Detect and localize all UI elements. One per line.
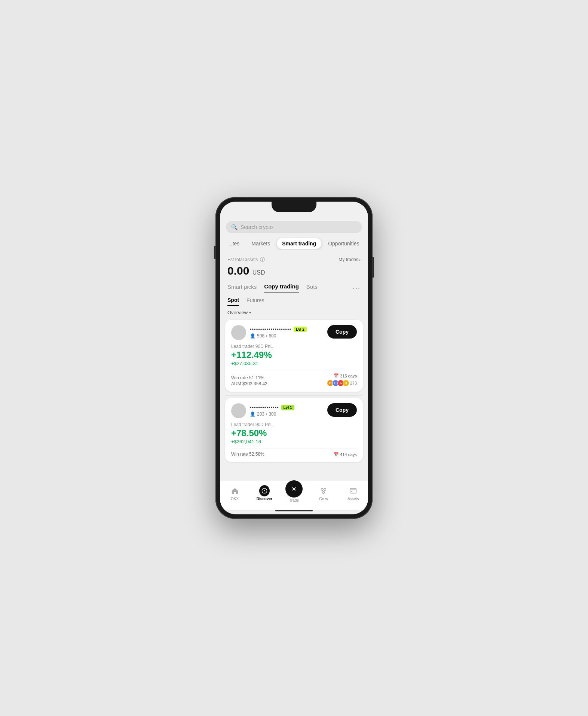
search-icon: 🔍 [231,224,238,230]
trader-followers-1: 👤 598/600 [250,333,307,339]
calendar-icon-2: 📅 [334,452,339,457]
phone-screen: 🔍 Search crypto ...tes Markets Smart tra… [220,202,368,514]
overview-label[interactable]: Overview ▾ [220,306,368,318]
tab-copy-trading[interactable]: Copy trading [264,283,299,293]
nav-trade[interactable]: Trade [285,484,303,502]
grow-icon [318,486,329,496]
trader-header-2: •••••••••••••• Lvl 1 👤 203/300 Copy [231,403,357,418]
sub-nav: Smart picks Copy trading Bots ··· [220,280,368,293]
trader-dots-2: •••••••••••••• [250,405,279,410]
est-total-assets-text: Est total assets [227,257,258,262]
trader-name-row-1: •••••••••••••••••••• Lvl 2 👤 598/600 [250,327,307,339]
svg-point-2 [324,489,326,491]
nav-assets-label: Assets [347,497,359,501]
my-trades-link[interactable]: My trades › [339,257,361,262]
bottom-nav: OKX Discover [220,481,368,510]
assets-label: Est total assets ⓘ My trades › [227,256,361,263]
trader-header-1: •••••••••••••••••••• Lvl 2 👤 598/600 Cop… [231,325,357,340]
trader-name-row-2: •••••••••••••• Lvl 1 👤 203/300 [250,405,294,417]
discover-icon [259,486,270,496]
stat-left-2: Win rate 52.58% [231,452,264,457]
svg-line-4 [322,490,324,492]
pnl-section-1: Lead trader 90D PnL +112.49% +$27,035.31 [231,344,357,366]
trader-name-1: •••••••••••••••••••• Lvl 2 [250,327,307,332]
trader-info-1: •••••••••••••••••••• Lvl 2 👤 598/600 [231,325,307,340]
nav-okx-label: OKX [231,497,239,501]
nav-discover[interactable]: Discover [255,486,274,501]
tab-markets[interactable]: Markets [246,238,275,249]
trader-followers-2: 👤 203/300 [250,411,294,417]
tab-smart-trading[interactable]: Smart trading [277,238,321,249]
trader-avatar-1 [231,325,246,340]
pnl-percent-1: +112.49% [231,350,357,360]
trader-level-2: Lvl 1 [281,405,294,410]
screen-content: 🔍 Search crypto ...tes Markets Smart tra… [220,202,368,481]
svg-line-5 [324,490,325,492]
home-indicator [275,510,313,511]
coin-bnb: B [343,380,349,386]
nav-grow-label: Grow [319,497,328,501]
pnl-amount-1: +$27,035.31 [231,361,357,366]
days-badge-2: 📅 414 days [334,452,357,457]
win-rate-1: Win rate 51.11% [231,375,267,380]
svg-rect-6 [350,489,356,493]
pnl-label-1: Lead trader 90D PnL [231,344,357,349]
nav-grow[interactable]: Grow [314,486,333,501]
trader-name-2: •••••••••••••• Lvl 1 [250,405,294,410]
card-divider [225,395,363,396]
info-icon: ⓘ [260,256,265,263]
trader-dots-1: •••••••••••••••••••• [250,327,291,332]
top-nav: ...tes Markets Smart trading Opportuniti… [220,237,368,250]
nav-assets[interactable]: Assets [344,486,362,501]
stat-right-1: 📅 315 days B E A B 273 [328,373,357,386]
pnl-amount-2: +$262,041.16 [231,439,357,444]
tab-bots[interactable]: Bots [306,284,318,293]
person-icon-1: 👤 [250,333,255,339]
person-icon-2: 👤 [250,411,255,417]
chevron-right-icon: › [359,257,361,262]
tab-futures[interactable]: Futures [246,297,264,306]
coin-avatars-1: B E A B 273 [328,380,357,386]
svg-point-1 [321,489,324,491]
tab-smart-picks[interactable]: Smart picks [227,284,257,293]
spot-futures-nav: Spot Futures [220,293,368,306]
copy-button-1[interactable]: Copy [327,325,357,339]
trader-info-2: •••••••••••••• Lvl 1 👤 203/300 [231,403,294,418]
nav-okx[interactable]: OKX [226,486,244,501]
assets-currency: USD [252,269,265,276]
stat-right-2: 📅 414 days [334,452,357,457]
overview-arrow: ▾ [249,310,251,315]
more-tabs-button[interactable]: ··· [353,284,361,292]
pnl-percent-2: +78.50% [231,428,357,438]
stats-row-2: Win rate 52.58% 📅 414 days [231,448,357,457]
pnl-label-2: Lead trader 90D PnL [231,422,357,427]
win-rate-2: Win rate 52.58% [231,452,264,457]
copy-button-2[interactable]: Copy [327,403,357,417]
trader-card-2: •••••••••••••• Lvl 1 👤 203/300 Copy Lead… [225,398,363,462]
trader-card-1: •••••••••••••••••••• Lvl 2 👤 598/600 Cop… [225,320,363,392]
tab-rates[interactable]: ...tes [223,238,245,249]
tab-opportunities[interactable]: Opportunities [323,238,364,249]
notch [272,202,316,212]
assets-amount: 0.00 USD [227,264,361,277]
pnl-section-2: Lead trader 90D PnL +78.50% +$262,041.16 [231,422,357,444]
stats-row-1: Win rate 51.11% AUM $303,358.42 📅 315 da… [231,370,357,386]
nav-discover-label: Discover [257,497,272,501]
assets-icon [348,486,358,496]
stat-left-1: Win rate 51.11% AUM $303,358.42 [231,375,267,386]
nav-trade-label: Trade [289,498,299,502]
search-bar[interactable]: 🔍 Search crypto [226,221,362,233]
trade-center-btn[interactable] [285,480,303,498]
days-badge-1: 📅 315 days [334,373,357,378]
aum-1: AUM $303,358.42 [231,381,267,386]
phone-device: 🔍 Search crypto ...tes Markets Smart tra… [215,197,373,519]
trader-avatar-2 [231,403,246,418]
assets-section: Est total assets ⓘ My trades › 0.00 USD [220,250,368,280]
svg-rect-7 [351,491,353,492]
svg-point-3 [322,492,325,494]
coin-count-1: 273 [350,381,357,385]
calendar-icon-1: 📅 [334,373,339,378]
search-input-placeholder: Search crypto [241,224,273,230]
tab-spot[interactable]: Spot [227,297,239,306]
trader-level-1: Lvl 2 [294,327,307,332]
